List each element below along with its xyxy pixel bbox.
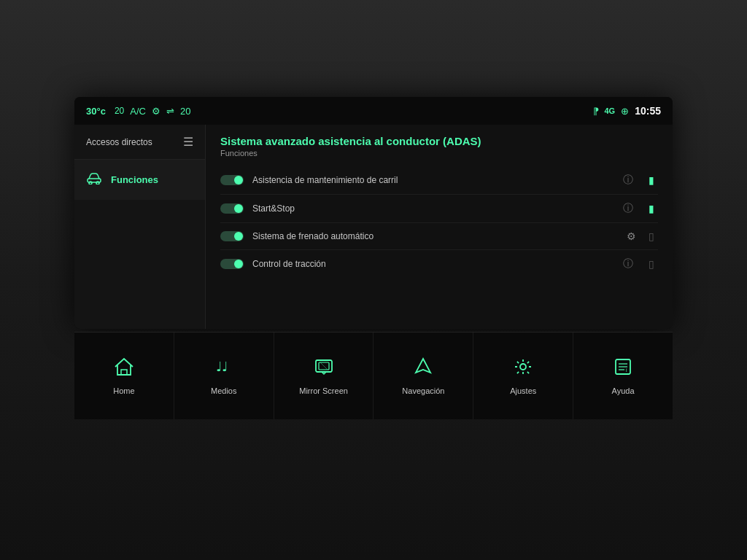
feature-label-4: Control de tracción: [252, 259, 611, 269]
ac-label: A/C: [130, 106, 146, 117]
info-icon-4[interactable]: ⓘ: [620, 257, 636, 271]
sidebar-funciones-item[interactable]: Funciones: [74, 160, 205, 200]
feature-row-1: Asistencia de mantenimiento de carril ⓘ …: [220, 166, 658, 195]
toggle-2[interactable]: [220, 203, 244, 214]
nav-item-medios[interactable]: ♩♩ Medios: [174, 332, 274, 419]
car-background: 30°c 20 A/C ⚙ ⇌ 20 ⁋ 4G ⊕ 10:55 Accesos …: [0, 0, 747, 560]
toggle-track-1[interactable]: [220, 175, 244, 185]
bookmark-icon-4[interactable]: ▯: [645, 258, 658, 270]
sync-icon: ⇌: [166, 106, 174, 117]
hamburger-icon[interactable]: ☰: [183, 135, 193, 149]
svg-point-2: [96, 182, 99, 184]
temp2-display: 20: [180, 106, 190, 117]
content-area: Accesos directos ☰ Funciones: [74, 125, 673, 329]
clock-display: 10:55: [635, 105, 661, 117]
nav-label-ajustes: Ajustes: [510, 386, 536, 395]
nav-label-medios: Medios: [211, 386, 236, 395]
nav-item-home[interactable]: Home: [74, 332, 174, 419]
home-icon: [113, 357, 135, 381]
feature-label-2: Start&Stop: [252, 203, 611, 214]
funciones-label: Funciones: [111, 174, 158, 185]
accesos-label: Accesos directos: [86, 137, 152, 147]
feature-row-3: Sistema de frenado automático ⚙ ▯: [220, 223, 658, 250]
main-screen: 30°c 20 A/C ⚙ ⇌ 20 ⁋ 4G ⊕ 10:55 Accesos …: [74, 97, 673, 329]
ayuda-icon: i: [612, 357, 634, 381]
nav-label-home: Home: [113, 386, 134, 395]
svg-text:i: i: [626, 368, 627, 373]
ajustes-icon: [512, 357, 534, 381]
bluetooth-icon: ⁋: [593, 106, 599, 117]
gps-icon: ⊕: [621, 106, 629, 117]
nav-label-mirror-screen: Mirror Screen: [299, 386, 348, 395]
gear-icon-3[interactable]: ⚙: [627, 230, 636, 242]
bookmark-icon-1[interactable]: ▮: [645, 174, 658, 186]
feature-label-1: Asistencia de mantenimiento de carril: [252, 175, 611, 185]
fan-icon: ⚙: [152, 106, 160, 117]
toggle-track-3[interactable]: [220, 231, 244, 241]
nav-item-mirror-screen[interactable]: Mirror Screen: [274, 332, 374, 419]
status-bar: 30°c 20 A/C ⚙ ⇌ 20 ⁋ 4G ⊕ 10:55: [74, 97, 673, 125]
svg-point-9: [520, 364, 526, 370]
nav-label-ayuda: Ayuda: [612, 386, 635, 395]
sidebar: Accesos directos ☰ Funciones: [74, 125, 206, 329]
feature-row-2: Start&Stop ⓘ ▮: [220, 195, 658, 223]
svg-text:♩♩: ♩♩: [216, 359, 228, 374]
feature-label-3: Sistema de frenado automático: [252, 231, 618, 241]
nav-item-ayuda[interactable]: i Ayuda: [573, 332, 673, 419]
nav-item-navegacion[interactable]: Navegación: [374, 332, 473, 419]
medios-icon: ♩♩: [213, 357, 235, 381]
ac-value: 20: [115, 106, 124, 116]
info-icon-2[interactable]: ⓘ: [620, 202, 636, 215]
mirror-screen-icon: [313, 357, 335, 381]
toggle-1[interactable]: [220, 175, 244, 185]
main-panel: Sistema avanzado asistencia al conductor…: [206, 125, 673, 329]
toggle-3[interactable]: [220, 231, 244, 241]
svg-marker-8: [416, 359, 430, 373]
status-right-group: ⁋ 4G ⊕ 10:55: [593, 105, 662, 117]
svg-point-1: [89, 182, 92, 184]
toggle-track-4[interactable]: [220, 259, 244, 269]
svg-rect-3: [121, 370, 127, 375]
network-badge: 4G: [605, 106, 616, 115]
temp-display: 30°c: [86, 106, 106, 117]
bookmark-icon-2[interactable]: ▮: [645, 203, 658, 214]
bookmark-icon-3[interactable]: ▯: [645, 230, 658, 242]
nav-label-navegacion: Navegación: [402, 386, 444, 395]
panel-title: Sistema avanzado asistencia al conductor…: [220, 135, 658, 147]
sidebar-accesos-item[interactable]: Accesos directos ☰: [74, 125, 205, 160]
svg-line-7: [320, 362, 328, 370]
nav-item-ajustes[interactable]: Ajustes: [473, 332, 573, 419]
toggle-4[interactable]: [220, 259, 244, 269]
bottom-nav: Home ♩♩ Medios Mirror Screen: [74, 332, 673, 419]
car-icon: [86, 171, 102, 188]
toggle-track-2[interactable]: [220, 203, 244, 214]
info-icon-1[interactable]: ⓘ: [620, 174, 636, 187]
panel-subtitle: Funciones: [220, 149, 658, 158]
navegacion-icon: [412, 357, 434, 381]
feature-row-4: Control de tracción ⓘ ▯: [220, 250, 658, 278]
